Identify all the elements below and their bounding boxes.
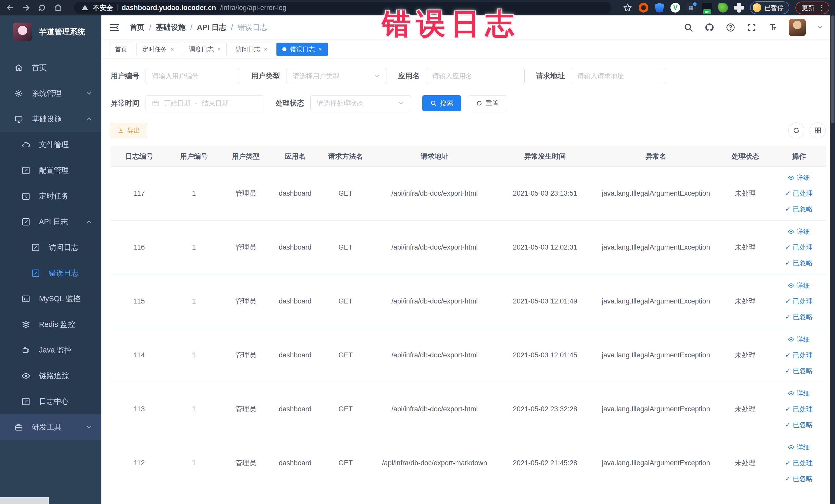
reset-button[interactable]: 重置: [468, 95, 507, 111]
status-badge: 未处理: [718, 243, 772, 252]
address-bar[interactable]: 不安全 dashboard.yudao.iocoder.cn/infra/log…: [74, 2, 611, 14]
detail-link[interactable]: 详细: [788, 227, 810, 236]
extension-orange-icon[interactable]: [639, 3, 648, 13]
search-icon[interactable]: [684, 23, 693, 32]
browser-menu-icon[interactable]: ⋮: [818, 6, 825, 9]
sidebar-item-trace[interactable]: 链路追踪: [0, 363, 101, 389]
extension-leaf-icon[interactable]: [718, 3, 728, 13]
col-request-url: 请求地址: [372, 152, 497, 161]
mark-ignored-link[interactable]: ✓已忽略: [785, 205, 813, 214]
table-tools: [788, 122, 826, 138]
extension-on-badge: on: [703, 9, 711, 14]
mark-ignored-link[interactable]: ✓已忽略: [785, 366, 813, 375]
breadcrumb-api-logs[interactable]: API 日志: [197, 22, 226, 33]
row-actions: 详细 ✓已处理 ✓已忽略: [772, 389, 826, 429]
column-settings-button[interactable]: [810, 122, 826, 138]
export-button[interactable]: 导出: [110, 123, 147, 138]
process-status-select[interactable]: 请选择处理状态: [310, 95, 411, 111]
close-icon[interactable]: ×: [217, 46, 221, 53]
mark-ignored-link[interactable]: ✓已忽略: [785, 420, 813, 429]
extensions-row: V ▦ on 已暂停 更新 ⋮: [623, 1, 829, 14]
tab-error-log[interactable]: 错误日志 ×: [277, 43, 328, 56]
mark-ignored-link[interactable]: ✓已忽略: [785, 313, 813, 321]
extension-shield-icon[interactable]: [655, 3, 664, 13]
mark-processed-link[interactable]: ✓已处理: [785, 405, 813, 414]
font-size-icon[interactable]: [768, 23, 777, 32]
refresh-table-button[interactable]: [788, 122, 804, 138]
sidebar-item-scheduled-tasks[interactable]: 定时任务: [0, 183, 101, 209]
extension-v-icon[interactable]: V: [670, 3, 680, 13]
user-id-input[interactable]: [145, 68, 240, 84]
extensions-puzzle-icon[interactable]: [734, 3, 744, 13]
extension-switch-icon[interactable]: on: [702, 3, 712, 13]
extension-grid-icon[interactable]: ▦: [686, 3, 696, 13]
tab-access-log[interactable]: 访问日志 ×: [230, 43, 273, 56]
github-icon[interactable]: [705, 23, 714, 32]
col-user-id: 用户编号: [168, 152, 220, 161]
search-button[interactable]: 搜索: [422, 95, 461, 111]
mark-ignored-link[interactable]: ✓已忽略: [785, 259, 813, 267]
window-scrollbar[interactable]: [830, 15, 835, 504]
browser-home-icon[interactable]: [54, 3, 63, 12]
log-icon: [22, 218, 30, 226]
date-range-picker[interactable]: 开始日期 - 结束日期: [145, 95, 264, 111]
mark-processed-link[interactable]: ✓已处理: [785, 351, 813, 360]
breadcrumb-home[interactable]: 首页: [130, 22, 144, 33]
close-icon[interactable]: ×: [318, 46, 322, 53]
detail-link[interactable]: 详细: [788, 335, 810, 344]
table-row: 116 1 管理员 dashboard GET /api/infra/db-do…: [110, 221, 826, 275]
detail-link[interactable]: 详细: [788, 389, 810, 398]
table-row: 115 1 管理员 dashboard GET /api/infra/db-do…: [110, 275, 826, 328]
sidebar-item-system[interactable]: 系统管理: [0, 81, 101, 106]
toolbox-icon: [14, 423, 23, 431]
forward-icon[interactable]: [22, 3, 31, 12]
mark-processed-link[interactable]: ✓已处理: [785, 243, 813, 252]
scrollbar-thumb[interactable]: [831, 15, 834, 123]
detail-link[interactable]: 详细: [788, 173, 810, 182]
sidebar-item-access-log[interactable]: 访问日志: [0, 235, 101, 260]
not-secure-warning-icon: [81, 4, 89, 12]
sidebar-collapse-icon[interactable]: [109, 22, 120, 33]
browser-update-button[interactable]: 更新 ⋮: [795, 2, 829, 14]
mark-ignored-link[interactable]: ✓已忽略: [785, 474, 813, 483]
breadcrumb-infrastructure[interactable]: 基础设施: [156, 22, 186, 33]
close-icon[interactable]: ×: [170, 46, 174, 53]
user-type-select[interactable]: 请选择用户类型: [286, 68, 387, 84]
app-name-input[interactable]: [426, 68, 525, 84]
user-avatar[interactable]: [789, 19, 806, 36]
sidebar-item-devtools[interactable]: 研发工具: [0, 415, 101, 440]
row-actions: 详细 ✓已处理 ✓已忽略: [772, 281, 826, 321]
fullscreen-icon[interactable]: [747, 23, 756, 32]
request-url-input[interactable]: [571, 68, 666, 84]
sidebar-item-infrastructure[interactable]: 基础设施: [0, 106, 101, 132]
profile-paused-badge[interactable]: 已暂停: [750, 1, 789, 14]
bookmark-star-icon[interactable]: [623, 3, 632, 13]
sidebar-item-config-management[interactable]: 配置管理: [0, 158, 101, 183]
reload-icon[interactable]: [38, 3, 47, 12]
help-icon[interactable]: [726, 23, 735, 32]
table-row: 112 1 管理员 dashboard GET /api/infra/db-do…: [110, 436, 826, 490]
sidebar-item-java-monitor[interactable]: Java 监控: [0, 337, 101, 363]
mark-processed-link[interactable]: ✓已处理: [785, 189, 813, 198]
sidebar-item-file-management[interactable]: 文件管理: [0, 132, 101, 158]
app-logo-row[interactable]: 芋道管理系统: [0, 15, 101, 44]
eye-icon: [788, 336, 794, 343]
sidebar-item-redis-monitor[interactable]: Redis 监控: [0, 312, 101, 337]
sidebar-item-home[interactable]: 首页: [0, 55, 101, 81]
back-icon[interactable]: [6, 3, 15, 12]
tab-scheduled-tasks[interactable]: 定时任务 ×: [136, 43, 180, 56]
mark-processed-link[interactable]: ✓已处理: [785, 459, 813, 467]
close-icon[interactable]: ×: [264, 46, 267, 53]
sidebar-item-api-logs[interactable]: API 日志: [0, 209, 101, 235]
table-toolbar: 导出: [110, 122, 826, 138]
detail-link[interactable]: 详细: [788, 443, 810, 452]
tab-home[interactable]: 首页: [109, 43, 133, 56]
detail-link[interactable]: 详细: [788, 281, 810, 290]
tab-schedule-log[interactable]: 调度日志 ×: [183, 43, 227, 56]
check-icon: ✓: [785, 189, 791, 198]
avatar-caret-down-icon[interactable]: [817, 24, 823, 31]
sidebar-item-error-log[interactable]: 错误日志: [0, 260, 101, 286]
mark-processed-link[interactable]: ✓已处理: [785, 297, 813, 306]
sidebar-item-log-center[interactable]: 日志中心: [0, 389, 101, 415]
sidebar-item-mysql-monitor[interactable]: MySQL 监控: [0, 286, 101, 312]
